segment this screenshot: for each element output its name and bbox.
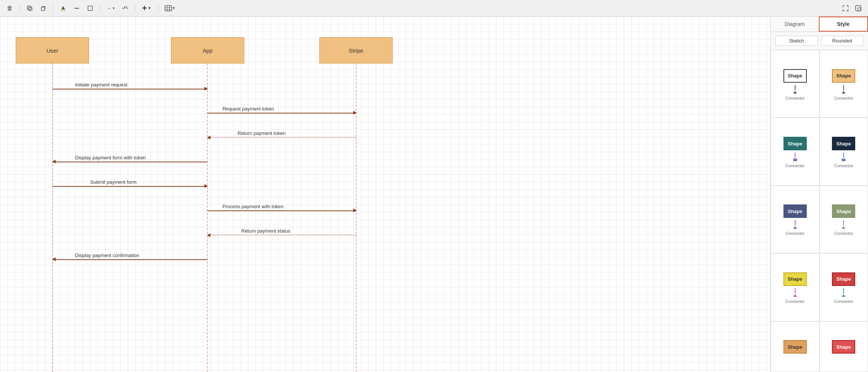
arrow1-label: Initiate payment request <box>75 82 207 88</box>
connector-slateblue <box>793 220 797 229</box>
separator-5 <box>158 4 159 12</box>
style-card-sage[interactable]: Shape Connector <box>820 186 868 253</box>
connector-darkblue <box>842 153 845 161</box>
right-panel: Diagram Style Sketch Rounded Shape Conne… <box>770 17 868 372</box>
actor-stripe-label: Stripe <box>349 47 363 54</box>
border-button[interactable] <box>85 3 95 14</box>
style-card-extra1[interactable]: Shape <box>771 321 820 372</box>
conn-label-sage: Connector <box>834 231 853 236</box>
separator-2 <box>53 4 53 12</box>
actor-user[interactable]: User <box>16 37 89 64</box>
shape-preview-slateblue: Shape <box>783 204 807 218</box>
arrow-process-payment: Process payment with token <box>207 204 356 211</box>
lifeline-user <box>52 64 53 372</box>
style-options-row: Sketch Rounded <box>771 32 868 50</box>
conn-label-white: Connector <box>785 96 804 100</box>
main-layout: User App Stripe Initiate payment request… <box>0 17 868 372</box>
duplicate-button[interactable] <box>38 3 48 14</box>
conn-label-darkblue: Connector <box>834 163 853 168</box>
connector-orange <box>842 85 845 94</box>
add-button[interactable]: + ▼ <box>140 2 154 15</box>
separator-3 <box>100 4 100 12</box>
style-card-orange[interactable]: Shape Connector <box>820 50 868 118</box>
shape-preview-extra1: Shape <box>783 340 807 354</box>
shape-preview-yellow: Shape <box>783 272 807 286</box>
style-card-extra2[interactable]: Shape <box>820 321 868 372</box>
arrow-initiate-payment: Initiate payment request <box>53 82 207 89</box>
shape-preview-teal: Shape <box>783 137 807 150</box>
arrow3-label: Return payment token <box>237 130 356 136</box>
line-style-button[interactable] <box>71 3 82 14</box>
fill-color-button[interactable] <box>58 3 68 14</box>
actor-stripe[interactable]: Stripe <box>319 37 393 64</box>
canvas[interactable]: User App Stripe Initiate payment request… <box>0 17 770 372</box>
svg-rect-12 <box>856 6 861 11</box>
arrow-request-token: Request payment token <box>207 106 356 113</box>
conn-label-teal: Connector <box>785 163 804 168</box>
shape-preview-extra2: Shape <box>832 340 855 354</box>
connector-red <box>842 288 845 297</box>
copy-button[interactable] <box>24 3 35 14</box>
conn-label-yellow: Connector <box>785 299 804 304</box>
svg-marker-3 <box>61 6 65 9</box>
actor-user-label: User <box>47 47 59 54</box>
shape-preview-orange: Shape <box>832 69 855 83</box>
arrow6-label: Process payment with token <box>222 204 356 209</box>
fit-page-button[interactable] <box>840 3 851 14</box>
style-cards-grid: Shape Connector Shape Connector Shape <box>771 50 868 372</box>
svg-rect-7 <box>165 6 172 11</box>
style-card-red[interactable]: Shape Connector <box>820 253 868 321</box>
toolbar: 🗑 → ▼ + ▼ ▼ <box>0 0 868 17</box>
svg-rect-2 <box>41 7 45 11</box>
arrow8-label: Display payment confirmation <box>75 253 207 258</box>
arrow4-label: Display payment form with token <box>75 155 207 160</box>
separator-1 <box>20 4 20 12</box>
arrow2-label: Request payment token <box>222 106 356 112</box>
tab-style[interactable]: Style <box>819 17 868 32</box>
waypoint-button[interactable] <box>120 3 130 14</box>
rounded-button[interactable]: Rounded <box>821 36 864 46</box>
svg-rect-0 <box>29 7 32 11</box>
arrow-return-status: Return payment status <box>207 228 356 235</box>
connector-style-button[interactable]: → ▼ <box>105 3 117 14</box>
arrow7-label: Return payment status <box>241 228 356 234</box>
style-card-darkblue[interactable]: Shape Connector <box>820 118 868 185</box>
panel-tabs: Diagram Style <box>771 17 868 32</box>
svg-rect-4 <box>61 10 65 11</box>
shape-preview-sage: Shape <box>832 204 855 218</box>
tab-diagram[interactable]: Diagram <box>771 17 819 32</box>
arrow-return-token: Return payment token <box>207 130 356 138</box>
arrow5-label: Submit payment form <box>90 179 207 185</box>
connector-yellow <box>793 288 797 297</box>
svg-rect-13 <box>858 8 861 11</box>
connector-white <box>793 85 797 94</box>
sketch-button[interactable]: Sketch <box>775 36 818 46</box>
shape-preview-darkblue: Shape <box>832 137 855 150</box>
conn-label-slateblue: Connector <box>785 231 804 236</box>
conn-label-orange: Connector <box>834 96 853 100</box>
arrow-submit-form: Submit payment form <box>53 179 207 187</box>
conn-label-red: Connector <box>834 299 853 304</box>
connector-sage <box>842 220 845 229</box>
actor-app-label: App <box>203 47 213 54</box>
svg-rect-1 <box>27 6 31 9</box>
delete-button[interactable]: 🗑 <box>5 3 15 14</box>
style-card-white[interactable]: Shape Connector <box>771 50 820 118</box>
separator-4 <box>135 4 135 12</box>
shape-preview-white: Shape <box>783 69 807 83</box>
connector-teal <box>793 153 797 161</box>
style-card-teal[interactable]: Shape Connector <box>771 118 820 185</box>
svg-rect-6 <box>88 6 92 11</box>
expand-button[interactable] <box>853 3 863 14</box>
style-card-slateblue[interactable]: Shape Connector <box>771 186 820 253</box>
table-button[interactable]: ▼ <box>163 3 177 14</box>
shape-preview-red: Shape <box>832 272 855 286</box>
arrow-display-form: Display payment form with token <box>53 155 207 162</box>
arrow-display-confirmation: Display payment confirmation <box>53 253 207 260</box>
style-card-yellow[interactable]: Shape Connector <box>771 253 820 321</box>
actor-app[interactable]: App <box>171 37 244 64</box>
